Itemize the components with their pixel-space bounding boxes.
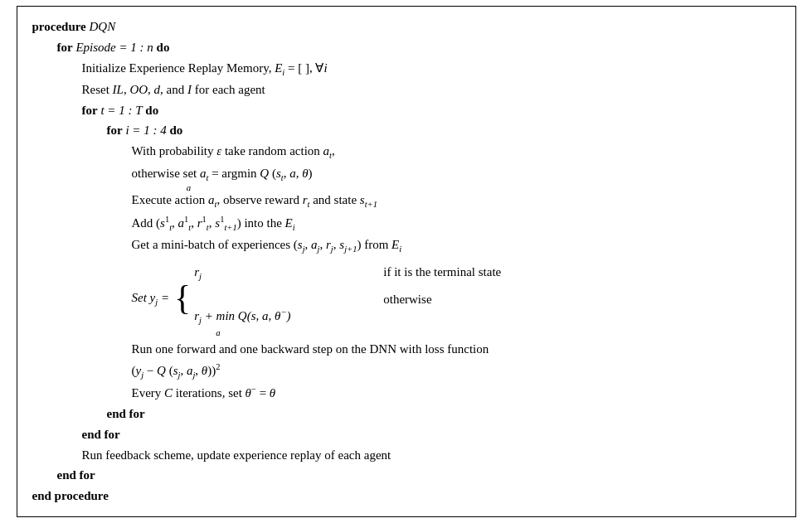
end-procedure-keyword: end procedure <box>32 486 109 506</box>
run-forward-line: Run one forward and one backward step on… <box>32 339 780 360</box>
do-keyword-3: do <box>169 120 182 141</box>
episode-var: Episode = 1 : n <box>75 37 153 58</box>
end-for-episode-line: end for <box>32 465 780 486</box>
for-keyword-1: for <box>57 37 73 58</box>
procedure-keyword: procedure <box>32 17 86 37</box>
for-keyword-3: for <box>107 120 123 141</box>
loss-function-text: (yj − Q (sj, aj, θ))2 <box>132 360 221 382</box>
case-1-cond: if it is the terminal state <box>383 259 501 284</box>
i-var: i = 1 : 4 <box>125 120 166 141</box>
reset-text: Reset IL, OO, d, and I for each agent <box>82 80 265 100</box>
minibatch-line: Get a mini-batch of experiences (sj, aj,… <box>32 235 780 256</box>
probability-line: With probability ε take random action at… <box>32 141 780 162</box>
for-episode-line: for Episode = 1 : n do <box>32 37 780 58</box>
otherwise-line: otherwise set at = argmin Q (st, a, θ) <box>32 163 780 185</box>
end-for-i-line: end for <box>32 404 780 424</box>
do-keyword-2: do <box>145 100 158 121</box>
end-for-i-keyword: end for <box>107 404 145 424</box>
loss-function-line: (yj − Q (sj, aj, θ))2 <box>32 360 780 382</box>
reset-line: Reset IL, OO, d, and I for each agent <box>32 80 780 100</box>
case-1-expr: rj <box>194 259 377 285</box>
title-line: procedure DQN <box>32 17 780 37</box>
minibatch-text: Get a mini-batch of experiences (sj, aj,… <box>132 235 402 256</box>
add-line: Add (s1t, a1t, r1t, s1t+1) into the Ei <box>32 212 780 235</box>
otherwise-text: otherwise set at = argmin Q (st, a, θ) <box>132 163 313 185</box>
procedure-name: DQN <box>90 17 116 37</box>
every-c-line: Every C iterations, set θ− = θ <box>32 382 780 404</box>
add-text: Add (s1t, a1t, r1t, s1t+1) into the Ei <box>132 212 295 235</box>
end-for-t-keyword: end for <box>82 424 120 445</box>
cases-brace: { <box>174 280 191 315</box>
initialize-line: Initialize Experience Replay Memory, Ei … <box>32 58 780 80</box>
end-for-episode-keyword: end for <box>57 465 95 486</box>
execute-text: Execute action at, observe reward rt and… <box>132 190 377 211</box>
feedback-text: Run feedback scheme, update experience r… <box>82 445 391 466</box>
feedback-line: Run feedback scheme, update experience r… <box>32 445 780 466</box>
case-2-cond: otherwise <box>383 287 431 312</box>
for-i-line: for i = 1 : 4 do <box>32 120 780 141</box>
cases-rows: rj if it is the terminal state rj + min … <box>194 259 501 336</box>
case-2-expr: rj + min Q(s, a, θ−) a <box>194 287 377 336</box>
set-yj-label: Set yj = <box>132 285 170 311</box>
do-keyword-1: do <box>157 37 170 58</box>
initialize-text: Initialize Experience Replay Memory, Ei … <box>82 58 328 80</box>
for-t-line: for t = 1 : T do <box>32 100 780 121</box>
for-keyword-2: for <box>82 100 98 121</box>
algorithm-box: procedure DQN for Episode = 1 : n do Ini… <box>17 6 796 517</box>
run-forward-text: Run one forward and one backward step on… <box>132 339 489 360</box>
probability-text: With probability ε take random action at… <box>132 141 335 162</box>
set-yj-line: Set yj = { rj if it is the terminal stat… <box>32 256 780 339</box>
cases-row-2: rj + min Q(s, a, θ−) a otherwise <box>194 287 501 336</box>
end-for-t-line: end for <box>32 424 780 445</box>
end-procedure-line: end procedure <box>32 486 780 506</box>
every-c-text: Every C iterations, set θ− = θ <box>132 382 276 404</box>
execute-line: Execute action at, observe reward rt and… <box>32 190 780 211</box>
cases-container: { rj if it is the terminal state rj + mi… <box>174 259 501 336</box>
cases-row-1: rj if it is the terminal state <box>194 259 501 285</box>
t-var: t = 1 : T <box>100 100 142 121</box>
